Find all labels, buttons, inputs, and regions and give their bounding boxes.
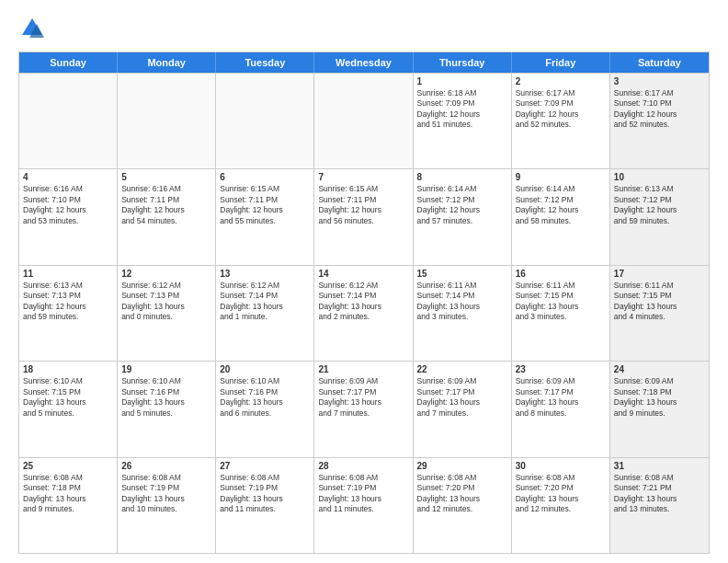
day-number: 19: [121, 364, 211, 374]
day-number: 26: [121, 461, 211, 471]
page: SundayMondayTuesdayWednesdayThursdayFrid…: [0, 0, 728, 563]
calendar-cell: 22Sunrise: 6:09 AM Sunset: 7:17 PM Dayli…: [414, 362, 512, 456]
day-info: Sunrise: 6:11 AM Sunset: 7:15 PM Dayligh…: [614, 281, 705, 323]
calendar-row: 11Sunrise: 6:13 AM Sunset: 7:13 PM Dayli…: [19, 265, 709, 361]
day-info: Sunrise: 6:09 AM Sunset: 7:18 PM Dayligh…: [614, 376, 705, 419]
calendar-cell: 7Sunrise: 6:15 AM Sunset: 7:11 PM Daylig…: [314, 169, 413, 264]
calendar: SundayMondayTuesdayWednesdayThursdayFrid…: [18, 52, 710, 554]
day-number: 16: [516, 269, 606, 279]
logo: [18, 15, 50, 42]
calendar-cell: 2Sunrise: 6:17 AM Sunset: 7:09 PM Daylig…: [512, 74, 610, 168]
calendar-cell: 19Sunrise: 6:10 AM Sunset: 7:16 PM Dayli…: [118, 362, 216, 456]
calendar-cell: 31Sunrise: 6:08 AM Sunset: 7:21 PM Dayli…: [610, 458, 709, 553]
calendar-cell: [118, 74, 216, 168]
calendar-row: 1Sunrise: 6:18 AM Sunset: 7:09 PM Daylig…: [19, 73, 709, 168]
calendar-cell: 8Sunrise: 6:14 AM Sunset: 7:12 PM Daylig…: [414, 169, 512, 264]
calendar-cell: 5Sunrise: 6:16 AM Sunset: 7:11 PM Daylig…: [118, 169, 216, 264]
day-number: 1: [417, 76, 507, 86]
calendar-cell: 6Sunrise: 6:15 AM Sunset: 7:11 PM Daylig…: [216, 169, 314, 264]
day-info: Sunrise: 6:17 AM Sunset: 7:10 PM Dayligh…: [614, 88, 705, 131]
calendar-header-row: SundayMondayTuesdayWednesdayThursdayFrid…: [19, 52, 709, 73]
day-info: Sunrise: 6:17 AM Sunset: 7:09 PM Dayligh…: [516, 88, 606, 131]
day-info: Sunrise: 6:15 AM Sunset: 7:11 PM Dayligh…: [220, 184, 310, 226]
calendar-cell: 28Sunrise: 6:08 AM Sunset: 7:19 PM Dayli…: [314, 458, 413, 553]
day-info: Sunrise: 6:10 AM Sunset: 7:16 PM Dayligh…: [220, 376, 310, 419]
day-number: 11: [23, 269, 113, 279]
day-number: 13: [220, 269, 310, 279]
day-number: 6: [220, 172, 310, 182]
day-number: 17: [614, 269, 705, 279]
calendar-cell: 13Sunrise: 6:12 AM Sunset: 7:14 PM Dayli…: [216, 266, 314, 361]
calendar-header-cell: Friday: [512, 52, 610, 73]
day-number: 29: [417, 461, 507, 471]
day-info: Sunrise: 6:08 AM Sunset: 7:20 PM Dayligh…: [417, 473, 507, 515]
day-info: Sunrise: 6:11 AM Sunset: 7:14 PM Dayligh…: [417, 281, 507, 323]
calendar-header-cell: Monday: [118, 52, 216, 73]
day-number: 30: [516, 461, 606, 471]
calendar-row: 4Sunrise: 6:16 AM Sunset: 7:10 PM Daylig…: [19, 168, 709, 264]
day-info: Sunrise: 6:11 AM Sunset: 7:15 PM Dayligh…: [516, 281, 606, 323]
calendar-header-cell: Tuesday: [216, 52, 314, 73]
calendar-cell: 10Sunrise: 6:13 AM Sunset: 7:12 PM Dayli…: [610, 169, 709, 264]
day-number: 7: [318, 172, 408, 182]
day-number: 15: [417, 269, 507, 279]
calendar-cell: 12Sunrise: 6:12 AM Sunset: 7:13 PM Dayli…: [118, 266, 216, 361]
day-info: Sunrise: 6:16 AM Sunset: 7:10 PM Dayligh…: [23, 184, 113, 226]
calendar-header-cell: Saturday: [610, 52, 709, 73]
day-number: 24: [614, 364, 705, 374]
day-number: 4: [23, 172, 113, 182]
calendar-cell: 9Sunrise: 6:14 AM Sunset: 7:12 PM Daylig…: [512, 169, 610, 264]
day-number: 3: [614, 76, 705, 86]
header: [18, 15, 710, 42]
day-info: Sunrise: 6:14 AM Sunset: 7:12 PM Dayligh…: [417, 184, 507, 226]
day-info: Sunrise: 6:14 AM Sunset: 7:12 PM Dayligh…: [516, 184, 606, 226]
day-number: 25: [23, 461, 113, 471]
logo-icon: [18, 15, 46, 42]
day-info: Sunrise: 6:12 AM Sunset: 7:13 PM Dayligh…: [121, 281, 211, 323]
day-number: 8: [417, 172, 507, 182]
day-info: Sunrise: 6:08 AM Sunset: 7:20 PM Dayligh…: [516, 473, 606, 515]
day-number: 5: [121, 172, 211, 182]
day-info: Sunrise: 6:10 AM Sunset: 7:15 PM Dayligh…: [23, 376, 113, 419]
day-info: Sunrise: 6:18 AM Sunset: 7:09 PM Dayligh…: [417, 88, 507, 131]
day-info: Sunrise: 6:09 AM Sunset: 7:17 PM Dayligh…: [417, 376, 507, 419]
calendar-cell: 21Sunrise: 6:09 AM Sunset: 7:17 PM Dayli…: [314, 362, 413, 456]
day-info: Sunrise: 6:09 AM Sunset: 7:17 PM Dayligh…: [318, 376, 408, 419]
day-number: 23: [516, 364, 606, 374]
calendar-row: 18Sunrise: 6:10 AM Sunset: 7:15 PM Dayli…: [19, 361, 709, 456]
calendar-cell: [216, 74, 314, 168]
calendar-cell: 4Sunrise: 6:16 AM Sunset: 7:10 PM Daylig…: [19, 169, 118, 264]
day-number: 14: [318, 269, 408, 279]
day-info: Sunrise: 6:08 AM Sunset: 7:19 PM Dayligh…: [121, 473, 211, 515]
day-info: Sunrise: 6:10 AM Sunset: 7:16 PM Dayligh…: [121, 376, 211, 419]
day-number: 27: [220, 461, 310, 471]
day-info: Sunrise: 6:08 AM Sunset: 7:19 PM Dayligh…: [318, 473, 408, 515]
calendar-cell: [19, 74, 118, 168]
calendar-cell: 16Sunrise: 6:11 AM Sunset: 7:15 PM Dayli…: [512, 266, 610, 361]
day-number: 20: [220, 364, 310, 374]
day-number: 28: [318, 461, 408, 471]
calendar-cell: 30Sunrise: 6:08 AM Sunset: 7:20 PM Dayli…: [512, 458, 610, 553]
calendar-cell: 1Sunrise: 6:18 AM Sunset: 7:09 PM Daylig…: [414, 74, 512, 168]
day-info: Sunrise: 6:13 AM Sunset: 7:13 PM Dayligh…: [23, 281, 113, 323]
calendar-cell: 11Sunrise: 6:13 AM Sunset: 7:13 PM Dayli…: [19, 266, 118, 361]
calendar-header-cell: Sunday: [19, 52, 118, 73]
calendar-header-cell: Thursday: [414, 52, 512, 73]
day-info: Sunrise: 6:12 AM Sunset: 7:14 PM Dayligh…: [220, 281, 310, 323]
calendar-body: 1Sunrise: 6:18 AM Sunset: 7:09 PM Daylig…: [19, 73, 709, 553]
day-info: Sunrise: 6:13 AM Sunset: 7:12 PM Dayligh…: [614, 184, 705, 226]
calendar-cell: 26Sunrise: 6:08 AM Sunset: 7:19 PM Dayli…: [118, 458, 216, 553]
calendar-cell: 14Sunrise: 6:12 AM Sunset: 7:14 PM Dayli…: [314, 266, 413, 361]
calendar-cell: 23Sunrise: 6:09 AM Sunset: 7:17 PM Dayli…: [512, 362, 610, 456]
day-info: Sunrise: 6:09 AM Sunset: 7:17 PM Dayligh…: [516, 376, 606, 419]
day-number: 9: [516, 172, 606, 182]
calendar-cell: 25Sunrise: 6:08 AM Sunset: 7:18 PM Dayli…: [19, 458, 118, 553]
day-info: Sunrise: 6:15 AM Sunset: 7:11 PM Dayligh…: [318, 184, 408, 226]
calendar-cell: 27Sunrise: 6:08 AM Sunset: 7:19 PM Dayli…: [216, 458, 314, 553]
day-info: Sunrise: 6:08 AM Sunset: 7:18 PM Dayligh…: [23, 473, 113, 515]
calendar-cell: 18Sunrise: 6:10 AM Sunset: 7:15 PM Dayli…: [19, 362, 118, 456]
calendar-cell: 24Sunrise: 6:09 AM Sunset: 7:18 PM Dayli…: [610, 362, 709, 456]
calendar-cell: 20Sunrise: 6:10 AM Sunset: 7:16 PM Dayli…: [216, 362, 314, 456]
day-number: 21: [318, 364, 408, 374]
day-info: Sunrise: 6:08 AM Sunset: 7:19 PM Dayligh…: [220, 473, 310, 515]
